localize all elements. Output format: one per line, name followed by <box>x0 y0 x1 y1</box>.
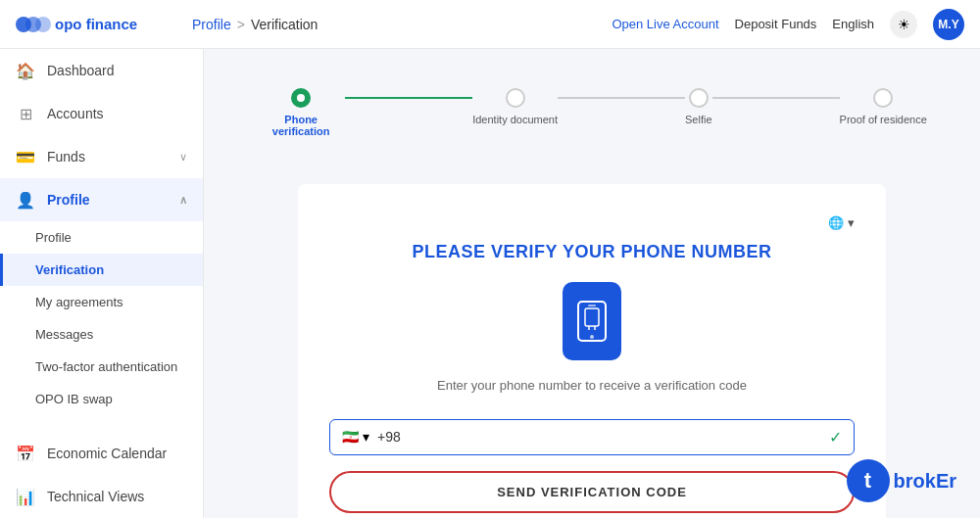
svg-point-5 <box>590 335 594 339</box>
steps-container: Phone verification Identity document Sel… <box>235 72 949 153</box>
globe-icon: 🌐 <box>828 215 844 230</box>
step-phone: Phone verification <box>257 88 345 137</box>
sidebar-label-profile: Profile <box>47 192 90 208</box>
tbroker-t-icon: t <box>847 459 890 502</box>
theme-toggle[interactable]: ☀ <box>890 11 917 38</box>
breadcrumb-separator: > <box>237 17 245 32</box>
sidebar-subitem-verification[interactable]: Verification <box>0 254 203 286</box>
step-circle-residence <box>873 88 893 108</box>
phone-icon-wrap <box>563 282 621 360</box>
sidebar-subitem-opo-ib-swap[interactable]: OPO IB swap <box>0 383 203 415</box>
svg-rect-4 <box>585 308 599 326</box>
step-residence: Proof of residence <box>840 88 927 125</box>
phone-code-display: +98 <box>377 429 821 445</box>
calendar-icon: 📅 <box>16 444 35 463</box>
breadcrumb-parent[interactable]: Profile <box>192 17 231 32</box>
sidebar-label-dashboard: Dashboard <box>47 63 115 78</box>
step-connector-2 <box>558 97 685 99</box>
step-label-residence: Proof of residence <box>840 114 927 125</box>
svg-rect-6 <box>588 305 596 306</box>
send-verification-button[interactable]: SEND VERIFICATION CODE <box>329 471 855 513</box>
step-circle-selfie <box>689 88 709 108</box>
language-selector[interactable]: English <box>832 17 874 31</box>
verify-title: PLEASE VERIFY YOUR PHONE NUMBER <box>329 242 855 262</box>
step-label-selfie: Selfie <box>685 114 712 125</box>
breadcrumb-current: Verification <box>251 17 318 32</box>
main-layout: 🏠 Dashboard ⊞ Accounts 💳 Funds ∨ 👤 Profi… <box>0 49 980 518</box>
step-circle-identity <box>506 88 525 108</box>
header: opo finance Profile > Verification Open … <box>0 0 980 49</box>
verification-card: 🌐 ▾ PLEASE VERIFY YOUR PHONE NUMBER Ente… <box>298 184 886 518</box>
flag-chevron-icon: ▾ <box>363 429 369 445</box>
step-label-phone: Phone verification <box>257 114 345 137</box>
sidebar-subitem-two-factor[interactable]: Two-factor authentication <box>0 351 203 383</box>
sidebar-subitem-profile[interactable]: Profile <box>0 221 203 254</box>
funds-icon: 💳 <box>16 147 35 166</box>
step-connector-1 <box>345 97 472 99</box>
home-icon: 🏠 <box>16 61 35 80</box>
open-account-link[interactable]: Open Live Account <box>612 17 718 31</box>
sidebar-label-accounts: Accounts <box>47 106 104 121</box>
checkmark-icon: ✓ <box>829 428 842 447</box>
sidebar-item-funds[interactable]: 💳 Funds ∨ <box>0 135 203 178</box>
sidebar-item-profile[interactable]: 👤 Profile ∧ <box>0 178 203 221</box>
step-identity: Identity document <box>472 88 558 125</box>
profile-icon: 👤 <box>16 190 35 210</box>
content-area: Phone verification Identity document Sel… <box>204 49 980 518</box>
sidebar: 🏠 Dashboard ⊞ Accounts 💳 Funds ∨ 👤 Profi… <box>0 49 204 518</box>
sidebar-label-funds: Funds <box>47 149 85 165</box>
verify-description: Enter your phone number to receive a ver… <box>329 376 855 396</box>
step-label-identity: Identity document <box>472 114 558 125</box>
chevron-down-icon: ∨ <box>179 151 187 164</box>
chart-icon: 📊 <box>16 487 35 506</box>
sidebar-item-economic-calendar[interactable]: 📅 Economic Calendar <box>0 432 203 475</box>
sidebar-subitem-my-agreements[interactable]: My agreements <box>0 286 203 318</box>
sidebar-label-economic-calendar: Economic Calendar <box>47 446 167 461</box>
logo: opo finance <box>16 14 192 35</box>
sidebar-submenu: Profile Verification My agreements Messa… <box>0 221 203 415</box>
flag-selector[interactable]: 🇮🇷 ▾ <box>342 429 369 445</box>
sidebar-item-technical-views[interactable]: 📊 Technical Views <box>0 475 203 518</box>
logo-icon <box>16 14 51 35</box>
sidebar-item-accounts[interactable]: ⊞ Accounts <box>0 92 203 135</box>
globe-language-button[interactable]: 🌐 ▾ <box>329 215 855 230</box>
svg-point-2 <box>35 17 51 32</box>
breadcrumb: Profile > Verification <box>192 17 612 32</box>
globe-chevron-icon: ▾ <box>848 215 855 230</box>
avatar[interactable]: M.Y <box>933 9 964 40</box>
header-right: Open Live Account Deposit Funds English … <box>612 9 964 40</box>
sidebar-item-dashboard[interactable]: 🏠 Dashboard <box>0 49 203 92</box>
tbroker-name: brokEr <box>894 470 956 493</box>
tbroker-logo: t brokEr <box>847 459 956 502</box>
phone-input-row[interactable]: 🇮🇷 ▾ +98 ✓ <box>329 419 855 455</box>
logo-text: opo finance <box>55 16 137 32</box>
accounts-icon: ⊞ <box>16 104 35 123</box>
step-connector-3 <box>712 97 840 99</box>
sidebar-subitem-messages[interactable]: Messages <box>0 318 203 351</box>
theme-icon: ☀ <box>898 17 910 32</box>
phone-icon <box>576 300 608 343</box>
deposit-funds-link[interactable]: Deposit Funds <box>735 17 817 31</box>
step-selfie: Selfie <box>685 88 712 125</box>
step-circle-phone <box>291 88 311 108</box>
chevron-up-icon: ∧ <box>179 194 187 207</box>
flag-icon: 🇮🇷 <box>342 429 359 445</box>
sidebar-label-technical-views: Technical Views <box>47 489 144 504</box>
